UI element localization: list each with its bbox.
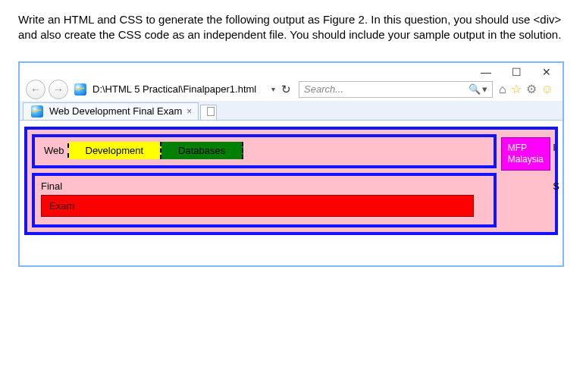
back-button[interactable]: ← <box>26 80 45 99</box>
search-input[interactable]: Search... 🔍 ▾ <box>299 81 493 98</box>
outer-container: Web Development Databases Final Exam MFP… <box>24 127 558 235</box>
mfp-line2: Malaysia <box>508 154 544 165</box>
exam-bar: Exam <box>41 195 474 217</box>
bottom-box: Final Exam <box>32 173 497 227</box>
browser-tab[interactable]: Web Development Final Exam × <box>23 102 199 120</box>
overflow-mark-2: S <box>553 180 559 192</box>
new-tab-button[interactable] <box>200 105 217 120</box>
tab-title: Web Development Final Exam <box>49 105 182 117</box>
overflow-marks: I S <box>553 142 559 192</box>
cell-databases: Databases <box>161 142 243 159</box>
maximize-button[interactable]: ☐ <box>511 66 522 78</box>
search-icon[interactable]: 🔍 <box>468 83 481 95</box>
question-text: Write an HTML and CSS to generate the fo… <box>18 12 568 43</box>
close-window-button[interactable]: ✕ <box>541 66 552 78</box>
browser-toolbar: ← → D:\HTML 5 Practical\Finalpaper1.html… <box>20 78 562 101</box>
tab-strip: Web Development Final Exam × <box>20 101 562 121</box>
ie-icon <box>74 83 86 96</box>
cell-development: Development <box>69 142 162 159</box>
final-label: Final <box>41 179 487 195</box>
overflow-mark-1: I <box>553 142 559 153</box>
search-placeholder: Search... <box>304 83 343 95</box>
home-icon[interactable]: ⌂ <box>499 83 506 96</box>
ie-icon <box>31 105 43 118</box>
favorites-icon[interactable]: ☆ <box>511 82 522 96</box>
top-row-box: Web Development Databases <box>32 134 497 168</box>
cell-web: Web <box>41 143 69 158</box>
mfp-box: MFP Malaysia <box>501 137 550 171</box>
address-bar[interactable]: D:\HTML 5 Practical\Finalpaper1.html <box>91 82 265 96</box>
left-column: Web Development Databases Final Exam <box>32 134 497 227</box>
refresh-button[interactable]: ↻ <box>281 83 291 96</box>
address-dropdown-icon[interactable]: ▾ <box>271 85 275 93</box>
mfp-line1: MFP <box>508 143 544 154</box>
window-controls: — ☐ ✕ <box>20 63 562 78</box>
minimize-button[interactable]: — <box>481 66 491 78</box>
feedback-icon[interactable]: ☺ <box>541 83 553 96</box>
close-tab-icon[interactable]: × <box>186 106 192 117</box>
browser-window: — ☐ ✕ ← → D:\HTML 5 Practical\Finalpaper… <box>18 61 564 267</box>
gear-icon[interactable]: ⚙ <box>526 82 537 96</box>
page-viewport: Web Development Databases Final Exam MFP… <box>20 121 562 265</box>
search-dropdown-icon[interactable]: ▾ <box>482 83 487 95</box>
toolbar-icons: ⌂ ☆ ⚙ ☺ <box>496 82 556 96</box>
forward-button[interactable]: → <box>49 80 68 99</box>
